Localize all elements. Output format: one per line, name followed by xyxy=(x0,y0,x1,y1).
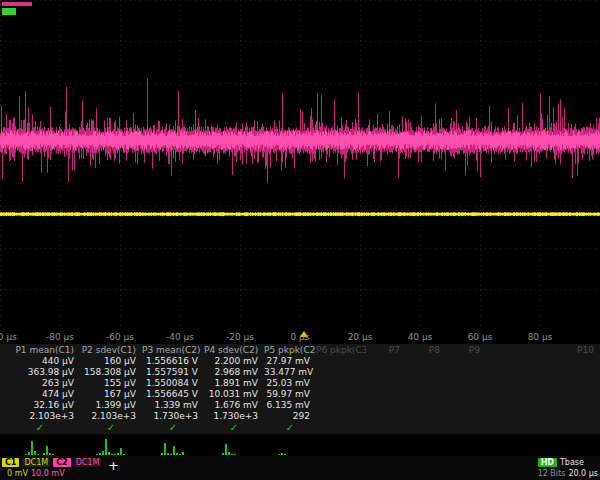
param-histicon xyxy=(316,434,366,456)
param-stat-value xyxy=(366,411,406,422)
tbase-value[interactable]: 20.0 µs xyxy=(568,469,598,478)
param-stat-value xyxy=(446,378,486,389)
channel-descriptors: C1 DC1M C2 DC1M 0 mV 10.0 mV xyxy=(0,456,103,480)
param-stat-value: 155 µV xyxy=(80,378,142,389)
param-stat-value xyxy=(486,378,600,389)
param-stat-value: 158.308 µV xyxy=(80,367,142,378)
c1-coupling-badge[interactable]: DC1M xyxy=(22,458,50,467)
param-header-P8[interactable]: P8 xyxy=(406,344,446,356)
hd-badge: HD xyxy=(538,458,557,467)
param-header-P5[interactable]: P5 pkpk(C2) xyxy=(264,344,316,356)
param-stat-value xyxy=(406,367,446,378)
param-stat-value xyxy=(486,356,600,367)
param-stat-value xyxy=(366,356,406,367)
time-axis-label: 0 µs xyxy=(278,332,322,342)
param-status-check: ✓ xyxy=(264,422,316,434)
param-stat-value xyxy=(486,411,600,422)
param-stat-value xyxy=(316,389,366,400)
param-stat-value: 363.98 µV xyxy=(0,367,80,378)
param-stat-value: 1.399 µV xyxy=(80,400,142,411)
measurement-table: P1 mean(C1)P2 sdev(C1)P3 mean(C2)P4 sdev… xyxy=(0,344,600,456)
param-header-P1[interactable]: P1 mean(C1) xyxy=(0,344,80,356)
param-status-check xyxy=(366,422,406,434)
crosshair-button[interactable]: + xyxy=(108,459,119,472)
param-header-P2[interactable]: P2 sdev(C1) xyxy=(80,344,142,356)
time-axis-label: 20 µs xyxy=(338,332,382,342)
param-stat-value: 1.556616 V xyxy=(142,356,204,367)
param-stat-value xyxy=(406,411,446,422)
param-histicon xyxy=(80,434,142,456)
param-stat-value xyxy=(366,400,406,411)
hd-bits-label: 12 Bits xyxy=(538,469,566,478)
param-stat-value xyxy=(486,400,600,411)
param-stat-value: 1.550084 V xyxy=(142,378,204,389)
param-stat-value: 1.891 mV xyxy=(204,378,264,389)
param-stat-value: 1.557591 V xyxy=(142,367,204,378)
param-header-P7[interactable]: P7 xyxy=(366,344,406,356)
param-stat-value: 2.103e+3 xyxy=(0,411,80,422)
param-stat-value xyxy=(366,378,406,389)
param-status-check: ✓ xyxy=(204,422,264,434)
param-stat-value: 1.730e+3 xyxy=(142,411,204,422)
param-header-P4[interactable]: P4 sdev(C2) xyxy=(204,344,264,356)
param-stat-value: 2.103e+3 xyxy=(80,411,142,422)
param-histicon xyxy=(446,434,486,456)
param-header-P3[interactable]: P3 mean(C2) xyxy=(142,344,204,356)
param-stat-value: 160 µV xyxy=(80,356,142,367)
param-stat-value: 32.16 µV xyxy=(0,400,80,411)
param-stat-value: 6.135 mV xyxy=(264,400,316,411)
c2-coupling-badge[interactable]: DC1M xyxy=(74,458,102,467)
param-stat-value xyxy=(486,367,600,378)
param-status-check: ✓ xyxy=(142,422,204,434)
time-axis-label: -20 µs xyxy=(218,332,262,342)
param-stat-value: 440 µV xyxy=(0,356,80,367)
param-stat-value xyxy=(406,378,446,389)
oscilloscope-screen: -100 µs-80 µs-60 µs-40 µs-20 µs0 µs20 µs… xyxy=(0,0,600,480)
param-stat-value xyxy=(446,400,486,411)
param-stat-value xyxy=(406,389,446,400)
time-axis-label: 40 µs xyxy=(398,332,442,342)
param-header-P10[interactable]: P10 xyxy=(486,344,600,356)
param-stat-value: 167 µV xyxy=(80,389,142,400)
param-status-check: ✓ xyxy=(80,422,142,434)
param-stat-value: 25.03 mV xyxy=(264,378,316,389)
param-histicon xyxy=(204,434,264,456)
channel-c1-chip[interactable]: C1 xyxy=(2,458,19,467)
param-histicon xyxy=(406,434,446,456)
param-stat-value: 292 xyxy=(264,411,316,422)
time-axis-label: -40 µs xyxy=(158,332,202,342)
time-axis-label: -60 µs xyxy=(98,332,142,342)
channel-c2-chip[interactable]: C2 xyxy=(53,458,70,467)
param-status-check: ✓ xyxy=(0,422,80,434)
bottom-bar: C1 DC1M C2 DC1M 0 mV 10.0 mV + HD Tbase … xyxy=(0,456,600,480)
param-status-check xyxy=(486,422,600,434)
time-axis: -100 µs-80 µs-60 µs-40 µs-20 µs0 µs20 µs… xyxy=(0,330,600,344)
param-header-P6[interactable]: P6 pkpk(C3) xyxy=(316,344,366,356)
param-stat-value: 27.97 mV xyxy=(264,356,316,367)
time-axis-label: 60 µs xyxy=(458,332,502,342)
param-stat-value xyxy=(446,356,486,367)
param-stat-value xyxy=(366,367,406,378)
param-histicon xyxy=(486,434,600,456)
param-stat-value: 33.477 mV xyxy=(264,367,316,378)
tbase-label[interactable]: Tbase xyxy=(560,458,584,467)
param-stat-value: 1.556645 V xyxy=(142,389,204,400)
param-histicon xyxy=(264,434,316,456)
param-histicon xyxy=(0,434,80,456)
param-stat-value xyxy=(316,356,366,367)
param-status-check xyxy=(406,422,446,434)
param-stat-value xyxy=(406,400,446,411)
time-axis-label: -80 µs xyxy=(38,332,82,342)
c2-scale-value: 10.0 mV xyxy=(31,469,65,478)
param-stat-value xyxy=(316,400,366,411)
param-histicon xyxy=(142,434,204,456)
waveform-display xyxy=(0,0,600,330)
param-stat-value: 474 µV xyxy=(0,389,80,400)
param-header-P9[interactable]: P9 xyxy=(446,344,486,356)
scope-canvas xyxy=(0,0,600,330)
param-histicon xyxy=(366,434,406,456)
param-stat-value xyxy=(316,378,366,389)
top-left-indicator-green xyxy=(2,8,16,15)
param-stat-value: 1.730e+3 xyxy=(204,411,264,422)
param-stat-value: 263 µV xyxy=(0,378,80,389)
